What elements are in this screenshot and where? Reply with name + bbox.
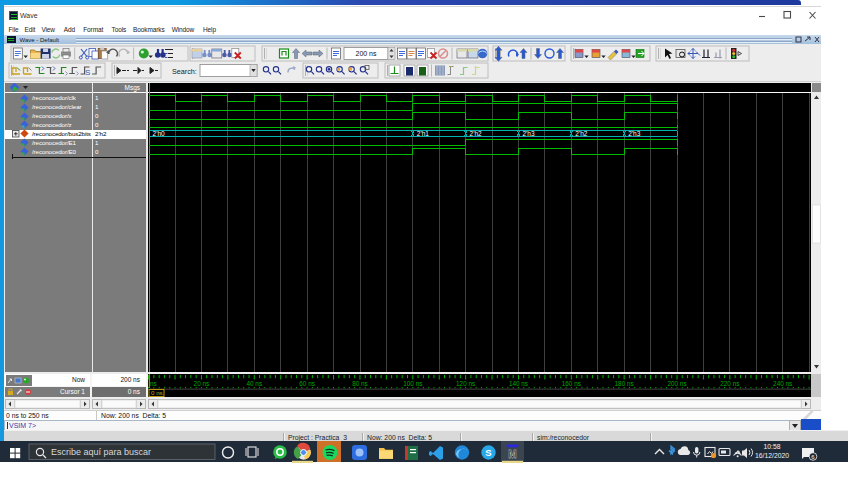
svg-text:2'h3: 2'h3 (628, 130, 640, 137)
svg-text:2'h0: 2'h0 (153, 130, 165, 137)
svg-text:2'h3: 2'h3 (523, 130, 535, 137)
svg-text:140 ns: 140 ns (509, 380, 528, 387)
svg-text:240 ns: 240 ns (773, 380, 792, 387)
svg-text:40 ns: 40 ns (246, 380, 262, 387)
svg-text:10:58: 10:58 (763, 443, 780, 450)
svg-text:200 ns: 200 ns (355, 50, 377, 57)
svg-text:200 ns: 200 ns (667, 380, 686, 387)
svg-text:2'h1: 2'h1 (417, 130, 429, 137)
svg-text:100 ns: 100 ns (403, 380, 422, 387)
svg-text:2'h2: 2'h2 (470, 130, 482, 137)
svg-text:Escribe aquí para buscar: Escribe aquí para buscar (51, 446, 151, 456)
svg-text:220 ns: 220 ns (720, 380, 739, 387)
svg-text:80 ns: 80 ns (352, 380, 368, 387)
svg-text:S: S (485, 447, 491, 458)
svg-text:16/12/2020: 16/12/2020 (755, 452, 789, 459)
svg-text:M: M (508, 448, 516, 459)
svg-text:S: S (85, 68, 90, 77)
svg-text:160 ns: 160 ns (562, 380, 581, 387)
svg-text:Search:: Search: (172, 67, 197, 76)
svg-text:ns: ns (150, 380, 157, 387)
svg-text:120 ns: 120 ns (456, 380, 475, 387)
svg-text:20 ns: 20 ns (194, 380, 210, 387)
svg-text:2'h2: 2'h2 (575, 130, 587, 137)
svg-text:60 ns: 60 ns (299, 380, 315, 387)
svg-text:180 ns: 180 ns (615, 380, 634, 387)
svg-text:0 ns: 0 ns (151, 389, 163, 396)
